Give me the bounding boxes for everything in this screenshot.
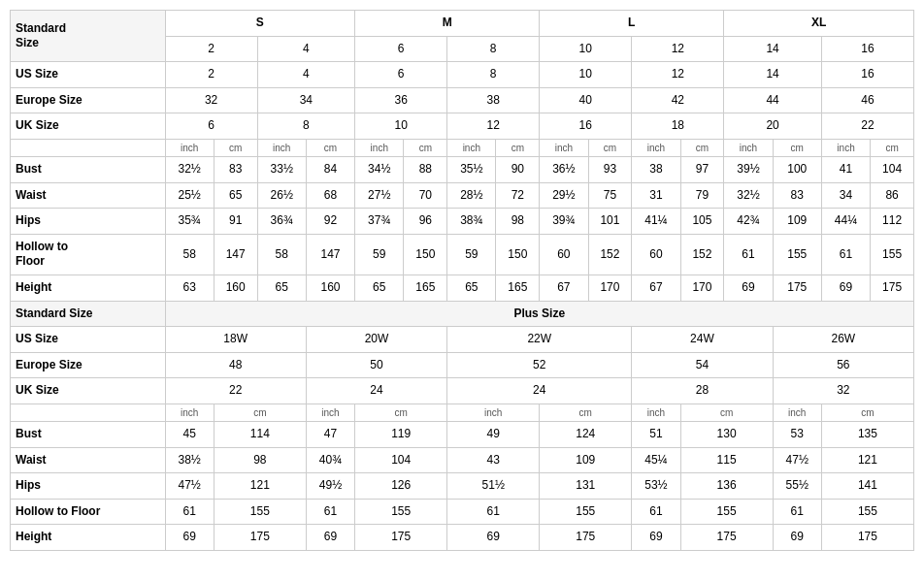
bust-42-inch: 38 xyxy=(632,156,680,182)
plus-hollow-floor-label: Hollow to Floor xyxy=(11,499,166,525)
plus-hips-label: Hips xyxy=(11,473,166,500)
h-46-cm: 175 xyxy=(871,274,914,301)
plus-eu-48: 48 xyxy=(165,352,306,378)
plus-bust-24w-cm: 130 xyxy=(680,421,773,447)
hips-40-inch: 39¾ xyxy=(540,209,588,235)
htf-40-inch: 60 xyxy=(540,234,588,274)
unit-row-standard: inch cm inch cm inch cm inch cm inch cm … xyxy=(11,139,914,156)
plus-eu-56: 56 xyxy=(773,352,913,378)
uk-16: 16 xyxy=(540,113,632,140)
h-42-cm: 170 xyxy=(680,274,724,301)
h-32-cm: 160 xyxy=(214,274,257,301)
plus-us-18w: 18W xyxy=(165,327,306,353)
plus-bust-26w-cm: 135 xyxy=(821,421,913,447)
plus-height-label: Height xyxy=(11,525,166,551)
plus-unit-cm-5: cm xyxy=(821,403,913,421)
us-4: 4 xyxy=(257,62,355,88)
unit-cm-8: cm xyxy=(871,139,914,156)
plus-hips-26w-cm: 141 xyxy=(821,473,913,500)
h-34-cm: 160 xyxy=(306,274,354,301)
hips-32-inch: 35¾ xyxy=(165,209,214,235)
plus-h-22w-cm: 175 xyxy=(540,525,632,551)
htf-44-inch: 61 xyxy=(724,234,773,274)
plus-uk-24b: 24 xyxy=(447,378,632,404)
plus-unit-inch-2: inch xyxy=(306,403,354,421)
waist-44-cm: 83 xyxy=(773,182,821,209)
unit-cm-3: cm xyxy=(404,139,447,156)
size-s-header: S xyxy=(165,11,355,37)
eu-38: 38 xyxy=(447,87,540,113)
us-m2: 8 xyxy=(447,36,540,62)
plus-hips-18w-inch: 47½ xyxy=(165,473,214,500)
bust-44-cm: 100 xyxy=(773,156,821,182)
waist-36-inch: 27½ xyxy=(355,182,404,209)
waist-36-cm: 70 xyxy=(404,182,447,209)
plus-waist-20w-inch: 40¾ xyxy=(306,447,354,473)
us-xl1: 14 xyxy=(724,36,822,62)
us-16: 16 xyxy=(821,62,913,88)
plus-h-24w-inch: 69 xyxy=(632,525,680,551)
waist-row-plus: Waist 38½ 98 40¾ 104 43 109 45¼ 115 47½ … xyxy=(11,447,914,473)
bust-38-inch: 35½ xyxy=(447,156,496,182)
plus-h-18w-inch: 69 xyxy=(165,525,214,551)
plus-uk-24a: 24 xyxy=(306,378,446,404)
plus-htf-22w-cm: 155 xyxy=(540,499,632,525)
bust-38-cm: 90 xyxy=(496,156,540,182)
htf-36-cm: 150 xyxy=(404,234,447,274)
plus-bust-22w-cm: 124 xyxy=(540,421,632,447)
unit-cm-1: cm xyxy=(214,139,257,156)
plus-bust-22w-inch: 49 xyxy=(447,421,540,447)
plus-hips-18w-cm: 121 xyxy=(214,473,306,500)
waist-row-standard: Waist 25½ 65 26½ 68 27½ 70 28½ 72 29½ 75… xyxy=(11,182,914,209)
waist-46-inch: 34 xyxy=(821,182,870,209)
bust-40-inch: 36½ xyxy=(540,156,588,182)
plus-htf-26w-cm: 155 xyxy=(821,499,913,525)
uk-8: 8 xyxy=(257,113,355,140)
us-size-label-row: US Size 2 4 6 8 10 12 14 16 xyxy=(11,62,914,88)
hips-46-inch: 44¼ xyxy=(821,209,870,235)
plus-waist-18w-cm: 98 xyxy=(214,447,306,473)
plus-bust-26w-inch: 53 xyxy=(773,421,821,447)
unit-inch-7: inch xyxy=(724,139,773,156)
us-size-label: US Size xyxy=(11,62,166,88)
hips-44-inch: 42¾ xyxy=(724,209,773,235)
bust-34-cm: 84 xyxy=(306,156,354,182)
plus-htf-24w-inch: 61 xyxy=(632,499,680,525)
uk-size-label: UK Size xyxy=(11,113,166,140)
plus-htf-18w-inch: 61 xyxy=(165,499,214,525)
plus-unit-inch-4: inch xyxy=(632,403,680,421)
waist-40-inch: 29½ xyxy=(540,182,588,209)
bust-44-inch: 39½ xyxy=(724,156,773,182)
plus-waist-26w-cm: 121 xyxy=(821,447,913,473)
h-38-inch: 65 xyxy=(447,274,496,301)
hips-42-inch: 41¼ xyxy=(632,209,680,235)
hips-36-cm: 96 xyxy=(404,209,447,235)
height-label: Height xyxy=(11,274,166,301)
plus-eu-54: 54 xyxy=(632,352,773,378)
size-l-header: L xyxy=(540,11,724,37)
plus-waist-20w-cm: 104 xyxy=(355,447,447,473)
hollow-floor-label: Hollow toFloor xyxy=(11,234,166,274)
us-14: 14 xyxy=(724,62,822,88)
bust-40-cm: 93 xyxy=(588,156,632,182)
eu-40: 40 xyxy=(540,87,632,113)
hips-32-cm: 91 xyxy=(214,209,257,235)
htf-42-cm: 152 xyxy=(680,234,724,274)
unit-empty-plus xyxy=(11,403,166,421)
us-12: 12 xyxy=(632,62,724,88)
plus-us-label: US Size xyxy=(11,327,166,353)
h-36-cm: 165 xyxy=(404,274,447,301)
plus-unit-inch-1: inch xyxy=(165,403,214,421)
plus-uk-28: 28 xyxy=(632,378,773,404)
htf-38-cm: 150 xyxy=(496,234,540,274)
hollow-floor-row-plus: Hollow to Floor 61 155 61 155 61 155 61 … xyxy=(11,499,914,525)
plus-eu-row: Europe Size 48 50 52 54 56 xyxy=(11,352,914,378)
plus-us-row: US Size 18W 20W 22W 24W 26W xyxy=(11,327,914,353)
plus-hips-22w-cm: 131 xyxy=(540,473,632,500)
plus-htf-26w-inch: 61 xyxy=(773,499,821,525)
eu-34: 34 xyxy=(257,87,355,113)
plus-hips-22w-inch: 51½ xyxy=(447,473,540,500)
plus-waist-24w-cm: 115 xyxy=(680,447,773,473)
us-l2: 12 xyxy=(632,36,724,62)
hips-40-cm: 101 xyxy=(588,209,632,235)
